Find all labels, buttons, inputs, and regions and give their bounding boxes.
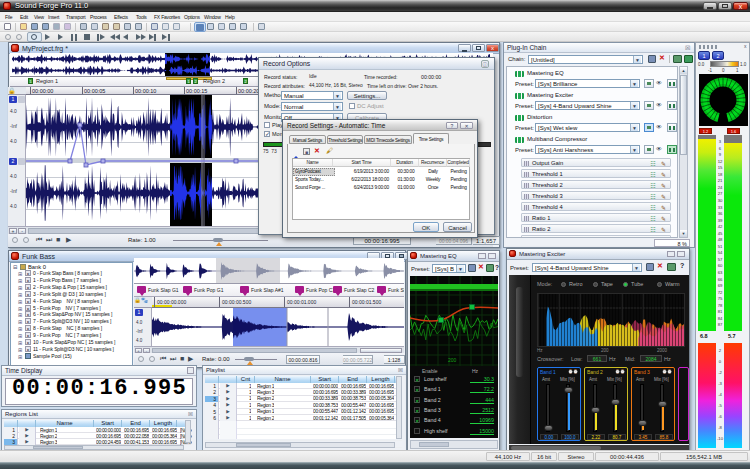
svg-text:200: 200 (448, 357, 457, 363)
